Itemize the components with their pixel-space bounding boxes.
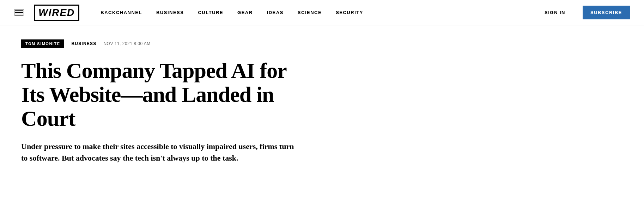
nav-divider xyxy=(574,8,574,18)
article-section: BUSINESS xyxy=(71,41,96,46)
nav-item-gear[interactable]: GEAR xyxy=(237,10,253,15)
subscribe-button[interactable]: SUBSCRIBE xyxy=(583,6,630,19)
article-meta: TOM SIMONITE BUSINESS NOV 11, 2021 8:00 … xyxy=(21,39,296,48)
logo-container[interactable]: WIRED xyxy=(34,5,79,21)
article-date: NOV 11, 2021 8:00 AM xyxy=(103,41,150,46)
author-badge[interactable]: TOM SIMONITE xyxy=(21,39,64,48)
nav-item-security[interactable]: SECURITY xyxy=(336,10,363,15)
article-subtitle: Under pressure to make their sites acces… xyxy=(21,141,296,164)
nav-item-ideas[interactable]: IDEAS xyxy=(267,10,284,15)
nav-item-business[interactable]: BUSINESS xyxy=(156,10,184,15)
hamburger-button[interactable] xyxy=(14,9,24,16)
primary-nav: BACKCHANNEL BUSINESS CULTURE GEAR IDEAS … xyxy=(101,10,545,15)
nav-item-culture[interactable]: CULTURE xyxy=(198,10,223,15)
nav-right: SIGN IN SUBSCRIBE xyxy=(545,6,630,19)
sign-in-link[interactable]: SIGN IN xyxy=(545,10,565,15)
article-title: This Company Tapped AI for Its Website—a… xyxy=(21,58,296,131)
article-wrapper: TOM SIMONITE BUSINESS NOV 11, 2021 8:00 … xyxy=(0,25,317,178)
logo-box: WIRED xyxy=(34,5,79,21)
article-main: TOM SIMONITE BUSINESS NOV 11, 2021 8:00 … xyxy=(0,25,644,178)
nav-item-backchannel[interactable]: BACKCHANNEL xyxy=(101,10,142,15)
nav-item-science[interactable]: SCIENCE xyxy=(298,10,322,15)
site-header: WIRED BACKCHANNEL BUSINESS CULTURE GEAR … xyxy=(0,0,644,25)
logo-text: WIRED xyxy=(38,7,75,18)
